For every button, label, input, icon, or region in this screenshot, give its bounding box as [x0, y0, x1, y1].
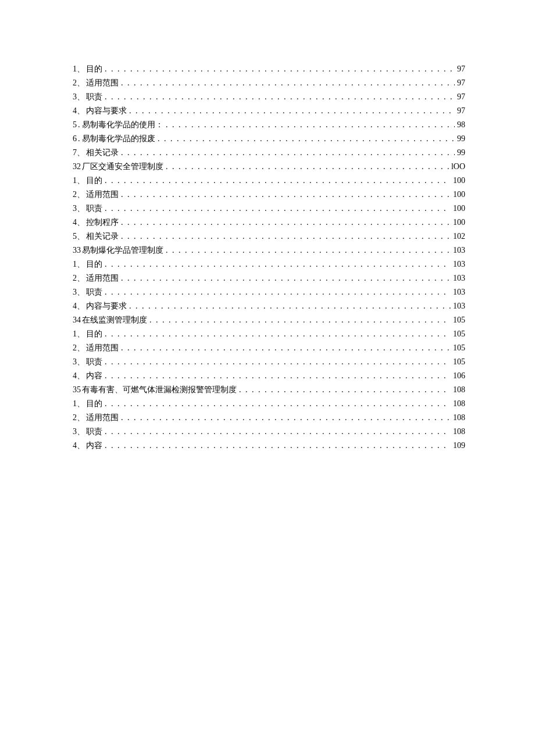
toc-page-number: 97: [457, 78, 465, 88]
toc-title: . 易制毒化学品的使用：: [78, 120, 163, 130]
toc-entry: 1、目的97: [73, 64, 465, 74]
toc-title: . 易制毒化学品的报废: [78, 134, 155, 144]
toc-page-number: 105: [453, 357, 465, 367]
toc-title: 控制程序: [86, 217, 119, 228]
toc-prefix: 34: [73, 316, 81, 325]
toc-title: 职责: [86, 357, 102, 367]
toc-prefix: 2、: [73, 413, 85, 423]
toc-entry: 4、内容109: [73, 440, 465, 451]
toc-leader-dots: [105, 65, 455, 74]
toc-page-number: 103: [453, 302, 465, 311]
toc-entry: 32 厂区交通安全管理制度lOO: [73, 162, 465, 172]
toc-entry: 33 易制爆化学品管理制度103: [73, 245, 465, 256]
toc-title: 适用范围: [86, 78, 119, 88]
toc-prefix: 5、: [73, 231, 85, 242]
toc-page-number: 103: [453, 274, 465, 283]
toc-prefix: 3、: [73, 357, 85, 367]
toc-entry: 3、职责100: [73, 203, 465, 214]
toc-title: 内容与要求: [86, 106, 127, 116]
toc-title: 适用范围: [86, 273, 119, 284]
toc-prefix: 1、: [73, 329, 85, 339]
toc-entry: 2、适用范围105: [73, 343, 465, 353]
toc-entry: 2、适用范围97: [73, 78, 465, 88]
toc-prefix: 35: [73, 385, 81, 395]
toc-title: 相关记录: [86, 231, 119, 242]
toc-prefix: 3、: [73, 92, 85, 102]
toc-prefix: 4、: [73, 301, 85, 311]
toc-leader-dots: [129, 302, 451, 311]
toc-leader-dots: [166, 246, 451, 255]
toc-leader-dots: [166, 162, 449, 171]
toc-prefix: 32: [73, 162, 81, 171]
toc-title: 厂区交通安全管理制度: [82, 162, 163, 172]
toc-leader-dots: [105, 260, 451, 269]
toc-page-number: 97: [457, 92, 465, 102]
toc-entry: 3、职责108: [73, 427, 465, 437]
toc-leader-dots: [149, 316, 451, 325]
toc-title: 目的: [86, 399, 102, 409]
toc-title: 目的: [86, 259, 102, 270]
toc-page-number: 98: [457, 120, 465, 130]
toc-title: 职责: [86, 427, 102, 437]
toc-entry: 7、相关记录99: [73, 148, 465, 158]
toc-page-number: 103: [453, 288, 465, 297]
toc-leader-dots: [158, 134, 455, 144]
toc-page-number: 109: [453, 441, 465, 450]
toc-title: 内容: [86, 440, 102, 451]
toc-entry: 35 有毒有害、可燃气体泄漏检测报警管理制度108: [73, 385, 465, 395]
toc-entry: 3、职责103: [73, 287, 465, 298]
toc-entry: 5. 易制毒化学品的使用：98: [73, 120, 465, 130]
toc-leader-dots: [105, 288, 451, 297]
toc-page-number: 105: [453, 316, 465, 325]
toc-prefix: 3、: [73, 203, 85, 214]
toc-prefix: 2、: [73, 189, 85, 200]
toc-page-number: 108: [453, 399, 465, 409]
toc-leader-dots: [121, 232, 451, 241]
toc-prefix: 2、: [73, 273, 85, 284]
toc-prefix: 1、: [73, 399, 85, 409]
toc-leader-dots: [105, 92, 455, 102]
toc-entry: 3、职责97: [73, 92, 465, 102]
toc-page-number: 108: [453, 427, 465, 436]
toc-page-number: 105: [453, 343, 465, 353]
toc-entry: 1、目的105: [73, 329, 465, 339]
toc-page-number: 108: [453, 413, 465, 422]
toc-prefix: 4、: [73, 371, 85, 381]
toc-leader-dots: [121, 274, 451, 283]
toc-leader-dots: [121, 413, 451, 422]
toc-prefix: 2、: [73, 343, 85, 353]
toc-title: 适用范围: [86, 413, 119, 423]
toc-leader-dots: [105, 427, 451, 436]
toc-leader-dots: [129, 106, 455, 116]
toc-prefix: 33: [73, 246, 81, 255]
toc-prefix: 4、: [73, 440, 85, 451]
toc-page-number: 108: [453, 385, 465, 395]
toc-entry: 34 在线监测管理制度105: [73, 315, 465, 325]
toc-leader-dots: [166, 120, 455, 130]
toc-leader-dots: [105, 399, 451, 409]
toc-entry: 4、控制程序100: [73, 217, 465, 228]
toc-page-number: 103: [453, 246, 465, 255]
toc-leader-dots: [105, 371, 451, 381]
toc-entry: 4、内容与要求97: [73, 106, 465, 116]
toc-prefix: 3、: [73, 287, 85, 298]
toc-leader-dots: [121, 218, 451, 227]
toc-leader-dots: [105, 357, 451, 367]
toc-leader-dots: [121, 343, 451, 353]
toc-prefix: 3、: [73, 427, 85, 437]
toc-page-number: 106: [453, 371, 465, 381]
toc-prefix: 1、: [73, 175, 85, 186]
toc-prefix: 6: [73, 134, 77, 144]
toc-title: 职责: [86, 203, 102, 214]
toc-leader-dots: [121, 148, 455, 157]
toc-page-number: 105: [453, 329, 465, 339]
toc-leader-dots: [121, 190, 451, 199]
toc-title: 目的: [86, 64, 102, 74]
toc-page-number: 100: [453, 204, 465, 213]
toc-page-number: 97: [457, 106, 465, 116]
toc-leader-dots: [105, 176, 451, 185]
toc-prefix: 4、: [73, 217, 85, 228]
toc-leader-dots: [121, 78, 455, 88]
toc-title: 在线监测管理制度: [82, 315, 147, 325]
toc-entry: 6. 易制毒化学品的报废99: [73, 134, 465, 144]
